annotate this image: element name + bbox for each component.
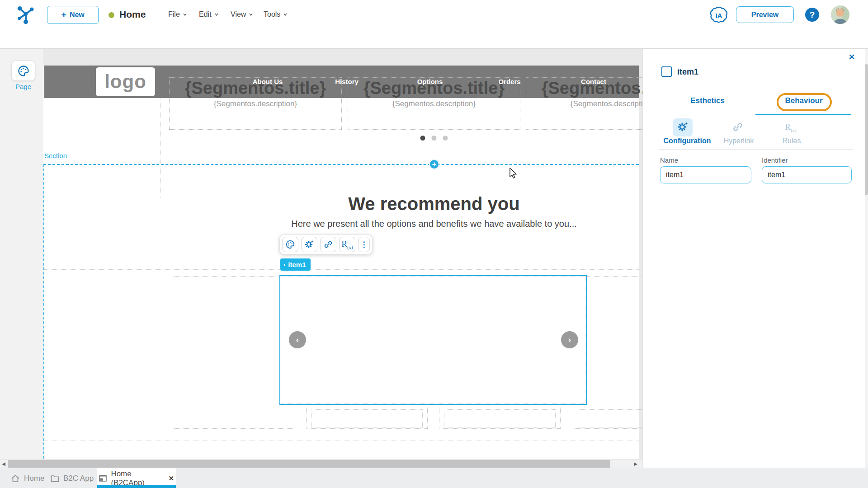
cell-guide-line [160,98,160,198]
chevron-down-icon [283,12,288,17]
panel-scrollbar-track[interactable] [865,49,868,468]
subtab-hyperlink-label[interactable]: Hyperlink [724,137,754,145]
home-icon [11,474,20,483]
preview-button[interactable]: Preview [736,6,794,23]
section-border-left [43,164,44,459]
section-text-block: We recommend you Here we present all the… [43,194,642,229]
rules-button[interactable]: R(x) [339,237,355,252]
mouse-cursor [508,168,518,179]
active-tab-underline [755,114,851,115]
annotation-orange-circle [777,93,832,111]
section-border-top [43,164,639,165]
tab-esthetics[interactable]: Esthetics [690,96,725,105]
identifier-input[interactable] [762,166,852,183]
gear-sparkle-icon [677,121,689,133]
status-dot-icon [108,12,114,18]
name-field-label: Name [660,156,678,164]
help-icon[interactable]: ? [805,8,819,22]
link-icon [323,239,333,249]
preview-button-label: Preview [751,11,778,19]
document-title: Home [119,9,146,20]
menu-view-label: View [231,10,246,19]
menu-file-label: File [168,10,180,19]
menu-view[interactable]: View [231,10,253,19]
horizontal-scrollbar-track[interactable]: ◀ ▶ [0,459,642,468]
esthetics-palette-button[interactable] [282,237,298,252]
close-tab-icon[interactable]: ✕ [168,474,174,483]
carousel-dot[interactable] [420,136,425,141]
bottom-tab-home[interactable]: Home [9,468,46,488]
link-icon [732,121,744,133]
logo-placeholder[interactable]: logo [96,67,155,96]
subtab-rules-button[interactable]: R(x) [785,122,797,133]
app-logo-icon[interactable] [15,5,36,25]
carousel-prev-button[interactable]: ‹ [289,331,306,348]
subtab-hyperlink-button[interactable] [732,121,744,135]
section-heading[interactable]: We recommend you [43,194,642,214]
carousel-item-card[interactable] [173,276,294,429]
palette-icon [17,65,30,77]
more-options-button[interactable]: ⋮ [358,237,370,252]
chevron-left-glyph: ‹ [296,335,299,345]
menu-file[interactable]: File [168,10,187,19]
panel-scrollbar-thumb[interactable] [865,64,868,195]
nav-item-options[interactable]: Options [417,78,443,85]
nav-item-about[interactable]: About Us [253,78,283,85]
left-rail [0,49,43,459]
subtab-configuration-label[interactable]: Configuration [664,137,711,145]
panel-divider [659,87,857,87]
ai-assistant-icon[interactable]: IA [709,5,729,24]
nav-item-orders[interactable]: Orders [498,78,520,85]
scroll-left-arrow[interactable]: ◀ [0,460,7,468]
section-subheading[interactable]: Here we present all the options and bene… [43,219,642,229]
panel-close-button[interactable]: ✕ [849,52,855,62]
add-section-handle[interactable]: + [429,159,439,169]
segment-description-placeholder: {Segmentos.description} [526,99,642,108]
plus-icon: + [61,10,66,19]
menu-tools[interactable]: Tools [264,10,288,19]
selected-item1-element[interactable] [279,275,587,405]
nav-item-contact[interactable]: Contact [581,78,606,85]
horizontal-scrollbar-thumb[interactable] [8,460,610,468]
user-avatar[interactable] [831,5,849,24]
close-icon: ✕ [849,53,855,61]
carousel-indicator-dots [420,136,448,141]
scroll-right-arrow[interactable]: ▶ [632,460,639,468]
configuration-gear-button[interactable] [301,237,317,252]
subtab-configuration-button[interactable] [677,121,689,135]
rules-rx-icon: R(x) [785,122,797,131]
selected-element-chip-label: item1 [288,261,306,268]
page-tool-label: Page [0,83,47,90]
bottom-tab-home-b2capp-label: Home (B2CApp) [111,469,162,488]
chevron-right-glyph: › [568,335,571,345]
editor-toolbar [0,30,868,49]
selected-element-inner-outline [281,277,585,404]
segment-description-placeholder: {Segmentos.description} [170,99,341,108]
panel-page-icon [99,474,107,482]
menu-edit[interactable]: Edit [199,10,219,19]
segment-description-placeholder: {Segmentos.description} [348,99,520,108]
gear-sparkle-icon [304,239,314,249]
card-text-area [311,409,423,427]
selected-element-chip[interactable]: ‹ item1 [280,258,311,271]
section-label[interactable]: Section [44,152,67,160]
new-button[interactable]: + New [47,6,99,24]
name-input[interactable] [660,166,751,183]
grid-guide-line [43,269,639,270]
item1-checkbox[interactable] [661,66,672,77]
carousel-dot[interactable] [432,136,437,141]
nav-item-history[interactable]: History [335,78,359,85]
subtab-rules-label[interactable]: Rules [783,137,801,145]
chevron-left-icon: ‹ [283,261,285,268]
hyperlink-button[interactable] [320,237,336,252]
carousel-dot[interactable] [443,136,448,141]
help-glyph: ? [810,10,815,20]
carousel-next-button[interactable]: › [561,331,578,348]
panel-item-label: item1 [677,67,698,77]
cell-guide-line [44,98,44,155]
rules-rx-icon: R(x) [341,239,353,250]
page-tool-button[interactable] [11,61,35,81]
bottom-tab-b2capp-label: B2C App [63,474,94,483]
design-canvas[interactable]: logo About Us History Options Orders Con… [43,49,642,459]
plus-glyph: + [432,160,437,169]
